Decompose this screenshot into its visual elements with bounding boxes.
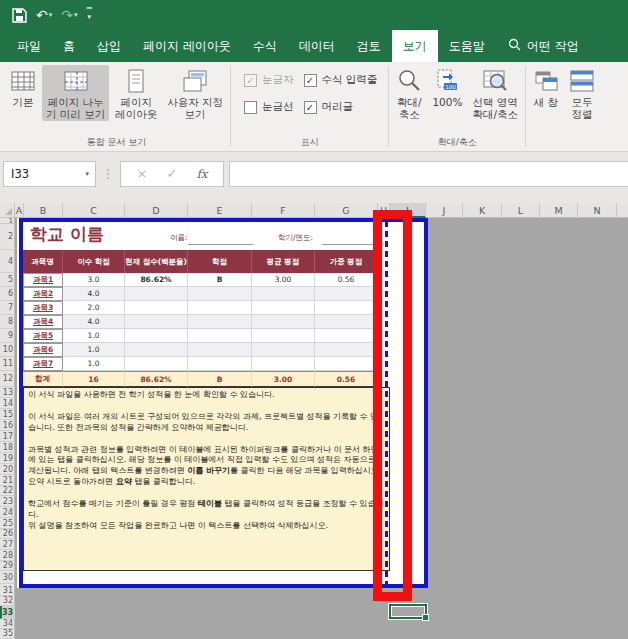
row-header[interactable]: 27 — [0, 539, 15, 550]
subject-link[interactable]: 과목2 — [23, 287, 63, 301]
total-cell[interactable]: 16 — [63, 371, 125, 387]
cell[interactable] — [252, 301, 315, 315]
tab-view[interactable]: 보기 — [392, 30, 438, 62]
subject-link[interactable]: 과목7 — [23, 357, 63, 371]
enter-icon[interactable]: ✓ — [157, 166, 187, 181]
tab-insert[interactable]: 삽입 — [86, 30, 132, 62]
cell[interactable]: 1.0 — [63, 343, 125, 357]
cell[interactable] — [252, 357, 315, 371]
zoom-to-selection-button[interactable]: 선택 영역확대/축소 — [468, 65, 522, 121]
cell[interactable] — [315, 357, 378, 371]
cell[interactable]: 0.56 — [315, 273, 378, 287]
save-icon[interactable] — [12, 8, 27, 23]
tab-help[interactable]: 도움말 — [438, 30, 496, 62]
row-header[interactable]: 24 — [0, 507, 15, 518]
tab-review[interactable]: 검토 — [346, 30, 392, 62]
zoom-button[interactable]: 확대/축소 — [392, 65, 426, 121]
column-header-k[interactable]: K — [463, 203, 502, 218]
row-header[interactable]: 18 — [0, 442, 15, 453]
name-box[interactable]: I33 ▾ — [3, 161, 96, 187]
row-header[interactable]: 34 — [0, 619, 15, 629]
cell[interactable]: 3.00 — [252, 273, 315, 287]
cell[interactable] — [125, 357, 188, 371]
cell[interactable]: 2.0 — [63, 301, 125, 315]
cell[interactable] — [125, 315, 188, 329]
cancel-icon[interactable]: × — [127, 166, 157, 181]
cell[interactable]: 1.0 — [63, 329, 125, 343]
cell[interactable] — [315, 287, 378, 301]
cell[interactable] — [188, 357, 252, 371]
subject-link[interactable]: 과목4 — [23, 315, 63, 329]
cell[interactable] — [188, 329, 252, 343]
column-header-j[interactable]: J — [426, 203, 463, 218]
row-header[interactable]: 9 — [0, 329, 15, 343]
insert-function-icon[interactable]: fx — [187, 167, 217, 181]
subject-link[interactable]: 과목6 — [23, 343, 63, 357]
row-header[interactable]: 29 — [0, 561, 15, 571]
arrange-all-button[interactable]: 모두정렬 — [565, 65, 599, 121]
cell[interactable]: B — [188, 273, 252, 287]
row-header[interactable]: 6 — [0, 287, 15, 301]
row-header[interactable]: 2 — [0, 224, 15, 250]
row-header[interactable]: 30 — [0, 571, 15, 584]
custom-views-button[interactable]: 사용자 지정보기 — [163, 65, 227, 121]
row-header[interactable]: 10 — [0, 343, 15, 357]
column-header-f[interactable]: F — [252, 203, 315, 218]
column-header-c[interactable]: C — [63, 203, 125, 218]
new-window-button[interactable]: 새 창 — [529, 65, 563, 110]
row-header[interactable]: 5 — [0, 273, 15, 287]
redo-button[interactable]: ↷▾ — [61, 8, 77, 22]
tell-me-search[interactable]: 어떤 작업 — [500, 30, 587, 62]
cell[interactable]: 3.0 — [63, 273, 125, 287]
total-cell[interactable]: B — [188, 371, 252, 387]
column-header-b[interactable]: B — [24, 203, 63, 218]
checkbox-formula-bar[interactable]: ✓수식 입력줄 — [304, 73, 378, 87]
cell[interactable] — [315, 329, 378, 343]
cell[interactable] — [188, 301, 252, 315]
row-header[interactable]: 11 — [0, 357, 15, 371]
row-header[interactable]: 26 — [0, 529, 15, 539]
column-header-l[interactable]: L — [502, 203, 540, 218]
redo-dropdown-icon[interactable]: ▾ — [74, 12, 78, 19]
cell[interactable]: 4.0 — [63, 315, 125, 329]
tab-home[interactable]: 홈 — [52, 30, 86, 62]
total-cell[interactable]: 3.00 — [252, 371, 315, 387]
row-header[interactable]: 25 — [0, 518, 15, 529]
cell[interactable] — [252, 343, 315, 357]
row-header[interactable]: 16 — [0, 420, 15, 431]
row-header[interactable]: 32 — [0, 596, 15, 606]
row-header[interactable]: 35 — [0, 629, 15, 639]
formula-input[interactable] — [229, 161, 628, 187]
row-header[interactable]: 21 — [0, 475, 15, 486]
checkbox-ruler[interactable]: ✓눈금자 — [244, 73, 294, 87]
active-cell-selection[interactable] — [389, 604, 427, 619]
cell[interactable] — [252, 315, 315, 329]
column-header-m[interactable]: M — [540, 203, 578, 218]
total-cell[interactable]: 0.56 — [315, 371, 378, 387]
customize-qat-icon[interactable]: ▔▾ — [87, 10, 92, 20]
column-header-g[interactable]: G — [315, 203, 378, 218]
select-all-corner[interactable] — [0, 203, 15, 218]
row-header-33[interactable]: 33 — [0, 606, 15, 619]
row-header[interactable]: 17 — [0, 431, 15, 442]
column-header-a[interactable]: A — [15, 203, 24, 218]
cell[interactable] — [188, 287, 252, 301]
cell[interactable] — [252, 329, 315, 343]
column-header-e[interactable]: E — [188, 203, 252, 218]
checkbox-gridlines[interactable]: 눈금선 — [244, 100, 294, 114]
row-header[interactable]: 20 — [0, 464, 15, 475]
row-header[interactable]: 15 — [0, 409, 15, 420]
cell[interactable]: 4.0 — [63, 287, 125, 301]
undo-dropdown-icon[interactable]: ▾ — [49, 12, 53, 19]
cell[interactable] — [315, 301, 378, 315]
row-header[interactable]: 23 — [0, 496, 15, 507]
column-header-d[interactable]: D — [125, 203, 188, 218]
checkbox-headings[interactable]: ✓머리글 — [304, 100, 378, 114]
tab-file[interactable]: 파일 — [6, 30, 52, 62]
cell[interactable]: 86.62% — [125, 273, 188, 287]
undo-button[interactable]: ↶▾ — [36, 8, 52, 22]
zoom-100-button[interactable]: 100 100% — [428, 65, 466, 110]
subject-link[interactable]: 과목1 — [23, 273, 63, 287]
row-header[interactable]: 4 — [0, 250, 15, 273]
tab-page-layout[interactable]: 페이지 레이아웃 — [132, 30, 242, 62]
